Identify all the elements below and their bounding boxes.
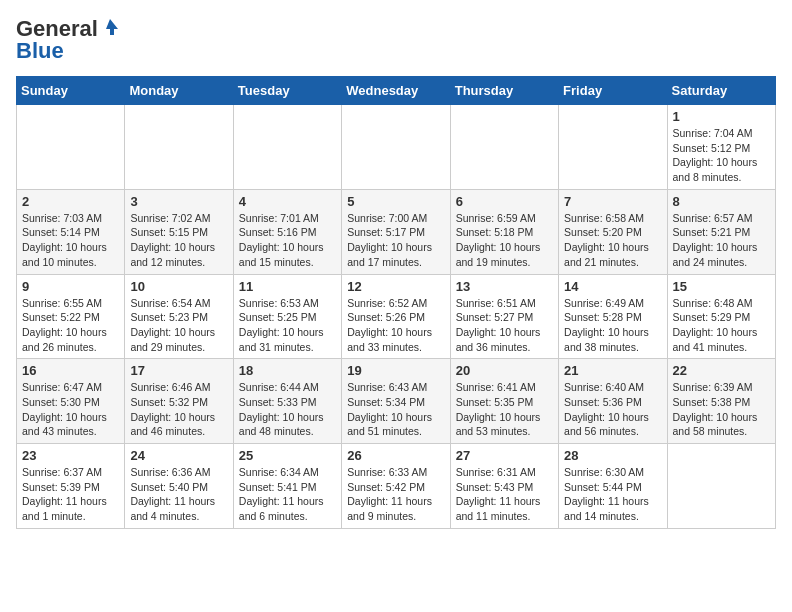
- day-number: 21: [564, 363, 661, 378]
- day-info: Sunrise: 7:00 AM Sunset: 5:17 PM Dayligh…: [347, 211, 444, 270]
- calendar-cell: 21Sunrise: 6:40 AM Sunset: 5:36 PM Dayli…: [559, 359, 667, 444]
- calendar-cell: [233, 105, 341, 190]
- calendar-week-row: 1Sunrise: 7:04 AM Sunset: 5:12 PM Daylig…: [17, 105, 776, 190]
- day-info: Sunrise: 6:49 AM Sunset: 5:28 PM Dayligh…: [564, 296, 661, 355]
- day-info: Sunrise: 6:47 AM Sunset: 5:30 PM Dayligh…: [22, 380, 119, 439]
- calendar-cell: 9Sunrise: 6:55 AM Sunset: 5:22 PM Daylig…: [17, 274, 125, 359]
- day-info: Sunrise: 6:31 AM Sunset: 5:43 PM Dayligh…: [456, 465, 553, 524]
- day-number: 3: [130, 194, 227, 209]
- page-header: General Blue: [16, 16, 776, 64]
- day-info: Sunrise: 6:48 AM Sunset: 5:29 PM Dayligh…: [673, 296, 770, 355]
- day-number: 20: [456, 363, 553, 378]
- day-number: 5: [347, 194, 444, 209]
- logo-blue-text: Blue: [16, 38, 64, 64]
- calendar-cell: [17, 105, 125, 190]
- calendar-cell: [559, 105, 667, 190]
- day-info: Sunrise: 6:57 AM Sunset: 5:21 PM Dayligh…: [673, 211, 770, 270]
- day-number: 19: [347, 363, 444, 378]
- day-number: 12: [347, 279, 444, 294]
- calendar-cell: 11Sunrise: 6:53 AM Sunset: 5:25 PM Dayli…: [233, 274, 341, 359]
- calendar-header-sunday: Sunday: [17, 77, 125, 105]
- day-info: Sunrise: 6:30 AM Sunset: 5:44 PM Dayligh…: [564, 465, 661, 524]
- calendar-cell: 19Sunrise: 6:43 AM Sunset: 5:34 PM Dayli…: [342, 359, 450, 444]
- calendar-cell: 24Sunrise: 6:36 AM Sunset: 5:40 PM Dayli…: [125, 444, 233, 529]
- day-number: 11: [239, 279, 336, 294]
- day-info: Sunrise: 7:02 AM Sunset: 5:15 PM Dayligh…: [130, 211, 227, 270]
- day-info: Sunrise: 6:33 AM Sunset: 5:42 PM Dayligh…: [347, 465, 444, 524]
- day-number: 16: [22, 363, 119, 378]
- calendar-cell: 25Sunrise: 6:34 AM Sunset: 5:41 PM Dayli…: [233, 444, 341, 529]
- calendar-cell: 27Sunrise: 6:31 AM Sunset: 5:43 PM Dayli…: [450, 444, 558, 529]
- calendar-cell: [450, 105, 558, 190]
- day-number: 14: [564, 279, 661, 294]
- day-number: 6: [456, 194, 553, 209]
- day-info: Sunrise: 6:39 AM Sunset: 5:38 PM Dayligh…: [673, 380, 770, 439]
- calendar-header-tuesday: Tuesday: [233, 77, 341, 105]
- day-info: Sunrise: 6:46 AM Sunset: 5:32 PM Dayligh…: [130, 380, 227, 439]
- day-info: Sunrise: 6:58 AM Sunset: 5:20 PM Dayligh…: [564, 211, 661, 270]
- day-info: Sunrise: 6:54 AM Sunset: 5:23 PM Dayligh…: [130, 296, 227, 355]
- day-number: 7: [564, 194, 661, 209]
- day-number: 17: [130, 363, 227, 378]
- day-number: 8: [673, 194, 770, 209]
- calendar-cell: 28Sunrise: 6:30 AM Sunset: 5:44 PM Dayli…: [559, 444, 667, 529]
- calendar-header-saturday: Saturday: [667, 77, 775, 105]
- day-number: 1: [673, 109, 770, 124]
- calendar-cell: 1Sunrise: 7:04 AM Sunset: 5:12 PM Daylig…: [667, 105, 775, 190]
- day-info: Sunrise: 6:51 AM Sunset: 5:27 PM Dayligh…: [456, 296, 553, 355]
- calendar-header-row: SundayMondayTuesdayWednesdayThursdayFrid…: [17, 77, 776, 105]
- calendar-cell: 15Sunrise: 6:48 AM Sunset: 5:29 PM Dayli…: [667, 274, 775, 359]
- day-number: 9: [22, 279, 119, 294]
- day-number: 27: [456, 448, 553, 463]
- calendar-cell: 26Sunrise: 6:33 AM Sunset: 5:42 PM Dayli…: [342, 444, 450, 529]
- calendar-table: SundayMondayTuesdayWednesdayThursdayFrid…: [16, 76, 776, 529]
- logo-icon: [100, 17, 120, 37]
- calendar-cell: 20Sunrise: 6:41 AM Sunset: 5:35 PM Dayli…: [450, 359, 558, 444]
- calendar-cell: 6Sunrise: 6:59 AM Sunset: 5:18 PM Daylig…: [450, 189, 558, 274]
- day-info: Sunrise: 7:03 AM Sunset: 5:14 PM Dayligh…: [22, 211, 119, 270]
- day-number: 2: [22, 194, 119, 209]
- logo: General Blue: [16, 16, 120, 64]
- day-info: Sunrise: 6:53 AM Sunset: 5:25 PM Dayligh…: [239, 296, 336, 355]
- day-info: Sunrise: 6:41 AM Sunset: 5:35 PM Dayligh…: [456, 380, 553, 439]
- day-info: Sunrise: 6:55 AM Sunset: 5:22 PM Dayligh…: [22, 296, 119, 355]
- day-number: 13: [456, 279, 553, 294]
- calendar-week-row: 23Sunrise: 6:37 AM Sunset: 5:39 PM Dayli…: [17, 444, 776, 529]
- day-info: Sunrise: 6:43 AM Sunset: 5:34 PM Dayligh…: [347, 380, 444, 439]
- day-number: 26: [347, 448, 444, 463]
- day-info: Sunrise: 7:01 AM Sunset: 5:16 PM Dayligh…: [239, 211, 336, 270]
- day-number: 15: [673, 279, 770, 294]
- calendar-cell: 13Sunrise: 6:51 AM Sunset: 5:27 PM Dayli…: [450, 274, 558, 359]
- svg-marker-0: [106, 19, 118, 35]
- calendar-cell: 16Sunrise: 6:47 AM Sunset: 5:30 PM Dayli…: [17, 359, 125, 444]
- calendar-week-row: 2Sunrise: 7:03 AM Sunset: 5:14 PM Daylig…: [17, 189, 776, 274]
- day-info: Sunrise: 6:59 AM Sunset: 5:18 PM Dayligh…: [456, 211, 553, 270]
- calendar-cell: 10Sunrise: 6:54 AM Sunset: 5:23 PM Dayli…: [125, 274, 233, 359]
- calendar-cell: 2Sunrise: 7:03 AM Sunset: 5:14 PM Daylig…: [17, 189, 125, 274]
- calendar-cell: [342, 105, 450, 190]
- calendar-header-wednesday: Wednesday: [342, 77, 450, 105]
- calendar-cell: 4Sunrise: 7:01 AM Sunset: 5:16 PM Daylig…: [233, 189, 341, 274]
- day-info: Sunrise: 6:52 AM Sunset: 5:26 PM Dayligh…: [347, 296, 444, 355]
- calendar-cell: 14Sunrise: 6:49 AM Sunset: 5:28 PM Dayli…: [559, 274, 667, 359]
- calendar-header-thursday: Thursday: [450, 77, 558, 105]
- calendar-cell: 22Sunrise: 6:39 AM Sunset: 5:38 PM Dayli…: [667, 359, 775, 444]
- calendar-header-monday: Monday: [125, 77, 233, 105]
- day-info: Sunrise: 6:40 AM Sunset: 5:36 PM Dayligh…: [564, 380, 661, 439]
- calendar-week-row: 9Sunrise: 6:55 AM Sunset: 5:22 PM Daylig…: [17, 274, 776, 359]
- calendar-cell: 17Sunrise: 6:46 AM Sunset: 5:32 PM Dayli…: [125, 359, 233, 444]
- day-number: 4: [239, 194, 336, 209]
- day-info: Sunrise: 6:37 AM Sunset: 5:39 PM Dayligh…: [22, 465, 119, 524]
- calendar-cell: 7Sunrise: 6:58 AM Sunset: 5:20 PM Daylig…: [559, 189, 667, 274]
- day-number: 24: [130, 448, 227, 463]
- day-number: 18: [239, 363, 336, 378]
- calendar-header-friday: Friday: [559, 77, 667, 105]
- day-number: 28: [564, 448, 661, 463]
- calendar-cell: 8Sunrise: 6:57 AM Sunset: 5:21 PM Daylig…: [667, 189, 775, 274]
- day-number: 10: [130, 279, 227, 294]
- calendar-cell: [667, 444, 775, 529]
- calendar-week-row: 16Sunrise: 6:47 AM Sunset: 5:30 PM Dayli…: [17, 359, 776, 444]
- calendar-cell: 3Sunrise: 7:02 AM Sunset: 5:15 PM Daylig…: [125, 189, 233, 274]
- day-number: 23: [22, 448, 119, 463]
- day-info: Sunrise: 7:04 AM Sunset: 5:12 PM Dayligh…: [673, 126, 770, 185]
